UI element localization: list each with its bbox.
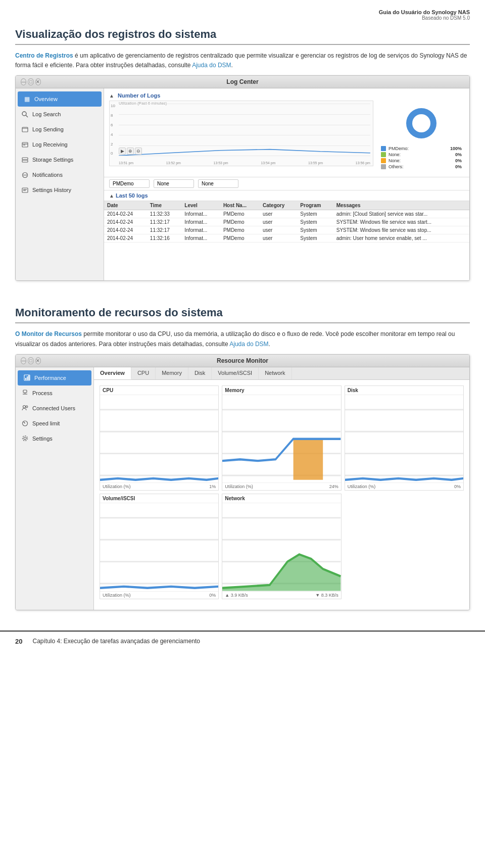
zoom-in-btn[interactable]: ⊕ — [127, 148, 134, 155]
rm-sidebar-process[interactable]: Process — [16, 385, 93, 401]
table-cell: 2014-02-24 — [104, 210, 147, 218]
rm-chart-footer-memory: Utilization (%) 24% — [222, 483, 341, 490]
rm-tab-overview[interactable]: Overview — [94, 367, 131, 379]
dropdown-pmdemo[interactable]: PMDemo — [109, 179, 150, 188]
disk-util-label: Utilization (%) — [348, 484, 376, 489]
rm-minimize-btn[interactable]: — — [21, 357, 26, 364]
sidebar-item-log-receiving[interactable]: Log Receiving — [16, 137, 104, 152]
legend-label-2: None: — [389, 152, 453, 157]
sidebar-item-overview[interactable]: ▦ Overview — [18, 91, 102, 107]
col-program: Program — [297, 201, 333, 210]
rm-tab-memory[interactable]: Memory — [156, 367, 188, 379]
log-center-body: ▦ Overview Log Search Log Sending — [16, 88, 469, 280]
section2-link[interactable]: Ajuda do DSM — [229, 341, 268, 348]
sidebar-item-settings-history[interactable]: Settings History — [16, 182, 104, 198]
memory-util-label: Utilization (%) — [225, 484, 253, 489]
win-minimize-btn[interactable]: — — [21, 78, 26, 85]
rm-chart-disk: Disk Utili — [345, 385, 464, 491]
page-footer: 20 Capítulo 4: Execução de tarefas avanç… — [0, 631, 485, 651]
table-row[interactable]: 2014-02-2411:32:16Informat...PMDemouserS… — [104, 234, 469, 243]
rm-sidebar-performance[interactable]: Performance — [18, 370, 91, 385]
cpu-util-label: Utilization (%) — [103, 484, 131, 489]
table-cell: 11:32:17 — [147, 218, 181, 226]
rm-tab-volume[interactable]: Volume/iSCSI — [212, 367, 259, 379]
zoom-out-btn[interactable]: ⊖ — [135, 148, 142, 155]
table-cell: 11:32:33 — [147, 210, 181, 218]
x-label-4: 13:54 pm — [261, 161, 275, 165]
table-row[interactable]: 2014-02-2411:32:17Informat...PMDemouserS… — [104, 218, 469, 226]
svg-rect-21 — [28, 375, 29, 380]
rm-main: Overview CPU Memory Disk Volume/iSCSI Ne… — [94, 367, 469, 610]
chart-area: Utilization (Past 6 minutes) 10 8 6 4 2 … — [109, 101, 464, 173]
rm-chart-footer-volume: Utilization (%) 0% — [100, 591, 218, 599]
win-close-btn[interactable]: ✕ — [35, 78, 41, 85]
dropdown-none-1[interactable]: None — [154, 179, 194, 188]
y-label-6: 6 — [111, 123, 115, 127]
table-cell: user — [260, 218, 297, 226]
svg-rect-2 — [22, 127, 28, 132]
svg-rect-39 — [294, 439, 323, 480]
legend-pct-4: 0% — [455, 164, 462, 169]
rm-chart-label-disk: Disk — [345, 386, 463, 395]
sidebar-item-log-sending[interactable]: Log Sending — [16, 122, 104, 137]
svg-rect-7 — [22, 158, 28, 160]
log-section: ▲ Last 50 logs Date Time Level Host Na..… — [104, 190, 469, 280]
log-receiving-icon — [21, 140, 29, 149]
legend-item-1: PMDemo: 100% — [381, 146, 462, 151]
log-search-icon — [21, 110, 29, 118]
section-1: Visualização dos registros do sistema Ce… — [0, 23, 485, 301]
page-header: Guia do Usuário do Synology NAS Baseado … — [0, 0, 485, 23]
rm-chart-label-volume: Volume/iSCSI — [100, 494, 218, 503]
header-title: Guia do Usuário do Synology NAS — [15, 9, 470, 15]
rm-tab-network[interactable]: Network — [259, 367, 292, 379]
sidebar-item-storage-settings[interactable]: Storage Settings — [16, 152, 104, 167]
rm-chart-memory: Memory — [222, 385, 341, 491]
play-btn[interactable]: ▶ — [119, 148, 126, 155]
win-maximize-btn[interactable]: □ — [28, 78, 33, 85]
footer-page-number: 20 — [15, 638, 22, 645]
col-level: Level — [181, 201, 220, 210]
table-row[interactable]: 2014-02-2411:32:33Informat...PMDemouserS… — [104, 210, 469, 218]
rm-tab-cpu[interactable]: CPU — [131, 367, 156, 379]
table-cell: admin: User home service enable, set ... — [333, 234, 469, 243]
section2-highlight: O Monitor de Recursos — [15, 330, 82, 337]
disk-chart-svg — [345, 395, 463, 483]
table-cell: user — [260, 210, 297, 218]
sidebar-label-settings-history: Settings History — [32, 187, 71, 193]
rm-sidebar-settings[interactable]: Settings — [16, 431, 93, 446]
speed-limit-icon — [21, 419, 29, 427]
rm-maximize-btn[interactable]: □ — [28, 357, 33, 364]
rm-tab-disk[interactable]: Disk — [188, 367, 212, 379]
table-row[interactable]: 2014-02-2411:32:17Informat...PMDemouserS… — [104, 226, 469, 234]
table-cell: 2014-02-24 — [104, 218, 147, 226]
svg-point-0 — [22, 112, 26, 116]
col-date: Date — [104, 201, 147, 210]
memory-chart-svg — [222, 395, 341, 483]
rm-chart-footer-cpu: Utilization (%) 1% — [100, 483, 218, 490]
rm-sidebar-label-performance: Performance — [34, 375, 66, 381]
section-2: Monitoramento de recursos do sistema O M… — [0, 301, 485, 630]
header-subtitle: Baseado no DSM 5.0 — [15, 15, 470, 21]
rm-chart-cpu: CPU Utiliz — [100, 385, 219, 491]
log-center-title: Log Center — [41, 78, 444, 85]
dropdown-none-2[interactable]: None — [198, 179, 238, 188]
col-host: Host Na... — [220, 201, 260, 210]
sidebar-item-log-search[interactable]: Log Search — [16, 107, 104, 122]
table-cell: System — [297, 210, 333, 218]
sidebar-item-notifications[interactable]: Notifications — [16, 167, 104, 182]
col-messages: Messages — [333, 201, 469, 210]
log-center-sidebar: ▦ Overview Log Search Log Sending — [16, 88, 104, 280]
svg-marker-52 — [222, 554, 341, 591]
legend-item-3: None: 0% — [381, 158, 462, 163]
rm-sidebar-speed-limit[interactable]: Speed limit — [16, 416, 93, 431]
section1-link[interactable]: Ajuda do DSM — [192, 62, 231, 69]
table-cell: user — [260, 234, 297, 243]
svg-line-28 — [24, 422, 25, 423]
section1-body-end: . — [231, 62, 233, 69]
rm-close-btn[interactable]: ✕ — [35, 357, 41, 364]
section1-highlight: Centro de Registros — [15, 52, 73, 59]
table-cell: 2014-02-24 — [104, 234, 147, 243]
rm-sidebar-connected-users[interactable]: Connected Users — [16, 401, 93, 416]
svg-point-26 — [26, 406, 28, 408]
log-center-main: ▲ Number of Logs Utilization (Past 6 min… — [104, 88, 469, 280]
